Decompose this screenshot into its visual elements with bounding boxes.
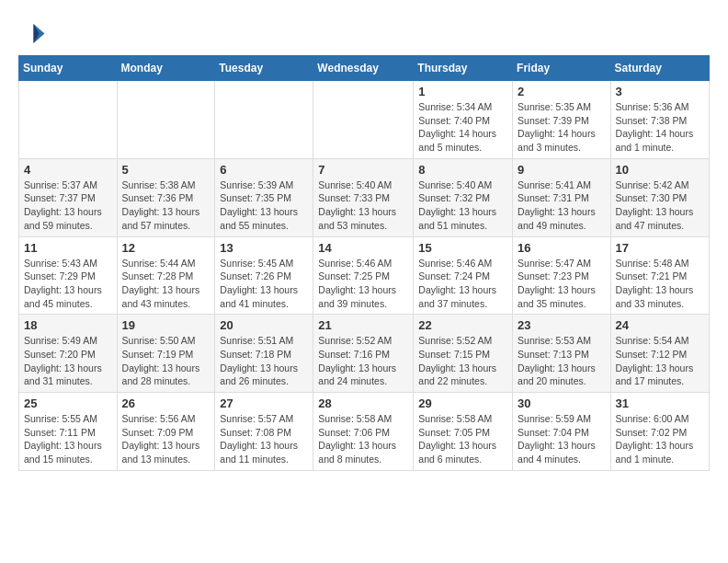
weekday-header: Friday (513, 56, 611, 81)
calendar-cell: 13Sunrise: 5:45 AM Sunset: 7:26 PM Dayli… (215, 236, 313, 315)
day-info: Sunrise: 5:40 AM Sunset: 7:32 PM Dayligh… (418, 178, 507, 233)
day-number: 18 (24, 318, 112, 332)
calendar-cell: 7Sunrise: 5:40 AM Sunset: 7:33 PM Daylig… (313, 158, 414, 236)
calendar-cell: 23Sunrise: 5:53 AM Sunset: 7:13 PM Dayli… (513, 315, 611, 393)
calendar-cell (117, 81, 215, 159)
calendar-cell: 18Sunrise: 5:49 AM Sunset: 7:20 PM Dayli… (19, 315, 118, 393)
calendar-cell: 6Sunrise: 5:39 AM Sunset: 7:35 PM Daylig… (215, 158, 313, 236)
calendar-cell: 16Sunrise: 5:47 AM Sunset: 7:23 PM Dayli… (513, 236, 611, 315)
logo (18, 18, 50, 46)
day-info: Sunrise: 5:58 AM Sunset: 7:06 PM Dayligh… (318, 412, 408, 466)
calendar-week-row: 4Sunrise: 5:37 AM Sunset: 7:37 PM Daylig… (19, 158, 710, 236)
calendar-cell: 17Sunrise: 5:48 AM Sunset: 7:21 PM Dayli… (610, 236, 709, 315)
page-header (18, 18, 710, 46)
day-info: Sunrise: 5:41 AM Sunset: 7:31 PM Dayligh… (518, 178, 606, 233)
calendar-cell: 27Sunrise: 5:57 AM Sunset: 7:08 PM Dayli… (215, 393, 313, 471)
day-number: 3 (616, 85, 704, 98)
day-info: Sunrise: 5:57 AM Sunset: 7:08 PM Dayligh… (220, 412, 308, 466)
calendar-cell: 9Sunrise: 5:41 AM Sunset: 7:31 PM Daylig… (513, 158, 611, 236)
day-info: Sunrise: 5:39 AM Sunset: 7:35 PM Dayligh… (220, 178, 308, 233)
day-number: 14 (318, 241, 408, 255)
calendar-cell: 28Sunrise: 5:58 AM Sunset: 7:06 PM Dayli… (313, 393, 414, 471)
calendar-cell: 1Sunrise: 5:34 AM Sunset: 7:40 PM Daylig… (414, 81, 513, 159)
day-info: Sunrise: 5:42 AM Sunset: 7:30 PM Dayligh… (616, 178, 704, 233)
calendar-cell: 5Sunrise: 5:38 AM Sunset: 7:36 PM Daylig… (117, 158, 215, 236)
day-info: Sunrise: 5:47 AM Sunset: 7:23 PM Dayligh… (518, 257, 606, 311)
day-number: 22 (418, 318, 507, 332)
day-number: 12 (122, 241, 210, 255)
day-info: Sunrise: 5:52 AM Sunset: 7:16 PM Dayligh… (318, 334, 408, 388)
day-number: 19 (122, 318, 210, 332)
day-number: 29 (418, 396, 507, 410)
calendar-table: SundayMondayTuesdayWednesdayThursdayFrid… (18, 55, 710, 471)
day-number: 28 (318, 396, 408, 410)
weekday-header: Sunday (19, 56, 118, 81)
day-number: 26 (122, 396, 210, 410)
day-info: Sunrise: 5:44 AM Sunset: 7:28 PM Dayligh… (122, 257, 210, 311)
calendar-cell (313, 81, 414, 159)
day-info: Sunrise: 5:45 AM Sunset: 7:26 PM Dayligh… (220, 257, 308, 311)
day-info: Sunrise: 5:46 AM Sunset: 7:24 PM Dayligh… (418, 257, 507, 311)
calendar-cell: 20Sunrise: 5:51 AM Sunset: 7:18 PM Dayli… (215, 315, 313, 393)
day-number: 1 (418, 85, 507, 98)
day-info: Sunrise: 5:46 AM Sunset: 7:25 PM Dayligh… (318, 257, 408, 311)
day-number: 21 (318, 318, 408, 332)
day-number: 8 (418, 163, 507, 177)
day-info: Sunrise: 5:55 AM Sunset: 7:11 PM Dayligh… (24, 412, 112, 466)
calendar-cell: 25Sunrise: 5:55 AM Sunset: 7:11 PM Dayli… (19, 393, 118, 471)
day-number: 27 (220, 396, 308, 410)
day-number: 25 (24, 396, 112, 410)
calendar-cell (215, 81, 313, 159)
calendar-cell: 19Sunrise: 5:50 AM Sunset: 7:19 PM Dayli… (117, 315, 215, 393)
calendar-cell: 4Sunrise: 5:37 AM Sunset: 7:37 PM Daylig… (19, 158, 118, 236)
day-info: Sunrise: 5:58 AM Sunset: 7:05 PM Dayligh… (418, 412, 507, 466)
weekday-header: Saturday (610, 56, 709, 81)
calendar-cell: 10Sunrise: 5:42 AM Sunset: 7:30 PM Dayli… (610, 158, 709, 236)
day-info: Sunrise: 5:34 AM Sunset: 7:40 PM Dayligh… (418, 100, 507, 155)
calendar-cell: 22Sunrise: 5:52 AM Sunset: 7:15 PM Dayli… (414, 315, 513, 393)
calendar-week-row: 11Sunrise: 5:43 AM Sunset: 7:29 PM Dayli… (19, 236, 710, 315)
calendar-cell: 29Sunrise: 5:58 AM Sunset: 7:05 PM Dayli… (414, 393, 513, 471)
day-info: Sunrise: 6:00 AM Sunset: 7:02 PM Dayligh… (616, 412, 704, 466)
day-number: 23 (518, 318, 606, 332)
day-number: 10 (616, 163, 704, 177)
weekday-header: Monday (117, 56, 215, 81)
day-number: 30 (518, 396, 606, 410)
day-info: Sunrise: 5:51 AM Sunset: 7:18 PM Dayligh… (220, 334, 308, 388)
calendar-cell: 11Sunrise: 5:43 AM Sunset: 7:29 PM Dayli… (19, 236, 118, 315)
weekday-header: Thursday (414, 56, 513, 81)
day-info: Sunrise: 5:56 AM Sunset: 7:09 PM Dayligh… (122, 412, 210, 466)
day-number: 24 (616, 318, 704, 332)
calendar-cell: 31Sunrise: 6:00 AM Sunset: 7:02 PM Dayli… (610, 393, 709, 471)
weekday-header: Wednesday (313, 56, 414, 81)
day-number: 7 (318, 163, 408, 177)
day-number: 16 (518, 241, 606, 255)
day-info: Sunrise: 5:43 AM Sunset: 7:29 PM Dayligh… (24, 257, 112, 311)
day-number: 13 (220, 241, 308, 255)
calendar-cell: 24Sunrise: 5:54 AM Sunset: 7:12 PM Dayli… (610, 315, 709, 393)
day-info: Sunrise: 5:54 AM Sunset: 7:12 PM Dayligh… (616, 334, 704, 388)
day-number: 15 (418, 241, 507, 255)
day-info: Sunrise: 5:35 AM Sunset: 7:39 PM Dayligh… (518, 100, 606, 155)
calendar-week-row: 25Sunrise: 5:55 AM Sunset: 7:11 PM Dayli… (19, 393, 710, 471)
day-info: Sunrise: 5:40 AM Sunset: 7:33 PM Dayligh… (318, 178, 408, 233)
logo-icon (18, 18, 46, 46)
day-info: Sunrise: 5:36 AM Sunset: 7:38 PM Dayligh… (616, 100, 704, 155)
day-info: Sunrise: 5:38 AM Sunset: 7:36 PM Dayligh… (122, 178, 210, 233)
day-info: Sunrise: 5:53 AM Sunset: 7:13 PM Dayligh… (518, 334, 606, 388)
weekday-header: Tuesday (215, 56, 313, 81)
day-number: 6 (220, 163, 308, 177)
calendar-week-row: 18Sunrise: 5:49 AM Sunset: 7:20 PM Dayli… (19, 315, 710, 393)
day-info: Sunrise: 5:50 AM Sunset: 7:19 PM Dayligh… (122, 334, 210, 388)
day-info: Sunrise: 5:49 AM Sunset: 7:20 PM Dayligh… (24, 334, 112, 388)
day-number: 20 (220, 318, 308, 332)
calendar-cell (19, 81, 118, 159)
day-number: 4 (24, 163, 112, 177)
day-number: 31 (616, 396, 704, 410)
day-number: 5 (122, 163, 210, 177)
day-info: Sunrise: 5:37 AM Sunset: 7:37 PM Dayligh… (24, 178, 112, 233)
day-number: 2 (518, 85, 606, 98)
calendar-week-row: 1Sunrise: 5:34 AM Sunset: 7:40 PM Daylig… (19, 81, 710, 159)
calendar-cell: 15Sunrise: 5:46 AM Sunset: 7:24 PM Dayli… (414, 236, 513, 315)
calendar-cell: 8Sunrise: 5:40 AM Sunset: 7:32 PM Daylig… (414, 158, 513, 236)
